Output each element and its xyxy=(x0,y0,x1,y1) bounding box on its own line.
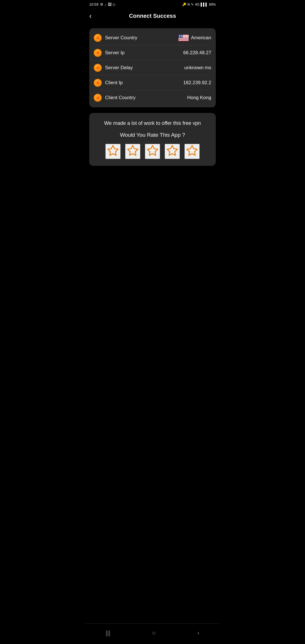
server-ip-label: Server Ip xyxy=(94,49,125,57)
server-country-label: Server Country xyxy=(94,34,137,42)
status-left: 10:59 ⚙ ↓ 🖼 ▷ xyxy=(89,2,116,6)
dot-server-country xyxy=(94,34,102,42)
svg-rect-5 xyxy=(178,39,189,40)
server-ip-value: 66.228.48.27 xyxy=(183,50,211,56)
nav-back-button[interactable]: ‹ xyxy=(192,627,205,639)
signal-icon: 4G xyxy=(195,3,199,6)
dot-client-country xyxy=(94,94,102,102)
nav-menu-button[interactable]: ||| xyxy=(100,627,116,639)
rating-message: We made a lot of work to offer this free… xyxy=(95,120,210,127)
client-country-label: Client Country xyxy=(94,94,136,102)
server-ip-row: Server Ip 66.228.48.27 xyxy=(94,45,211,60)
client-ip-value: 182.239.92.2 xyxy=(183,80,211,86)
dot-server-ip xyxy=(94,49,102,57)
server-country-value: ★★★★★★ ★★★★★★ American xyxy=(178,34,211,41)
back-button[interactable]: ‹ xyxy=(89,10,94,21)
status-right: 🔑 N ✎ 4G ▌▌▌ 80% xyxy=(182,3,216,6)
key-icon: 🔑 xyxy=(182,3,186,6)
svg-rect-4 xyxy=(178,38,189,39)
image-icon: 🖼 xyxy=(108,2,112,6)
client-ip-row: Client Ip 182.239.92.2 xyxy=(94,75,211,90)
rate-prompt: Would You Rate This App ? xyxy=(95,132,210,138)
battery: 80% xyxy=(209,3,216,6)
server-country-row: Server Country ★★★★★★ ★★★★★★ American xyxy=(94,31,211,45)
edit-icon: ✎ xyxy=(191,3,194,6)
info-card: Server Country ★★★★★★ ★★★★★★ American Se… xyxy=(89,28,216,107)
us-flag-icon: ★★★★★★ ★★★★★★ xyxy=(178,34,189,41)
star-4[interactable] xyxy=(165,144,180,159)
server-delay-label: Server Delay xyxy=(94,64,133,72)
star-1[interactable] xyxy=(105,144,121,159)
svg-text:★★★★★★: ★★★★★★ xyxy=(179,34,189,36)
client-ip-label: Client Ip xyxy=(94,79,123,87)
nav-home-button[interactable]: ○ xyxy=(146,627,161,639)
nfc-icon: N xyxy=(188,3,190,6)
page-title: Connect Success xyxy=(129,13,176,19)
client-country-row: Client Country Hong Kong xyxy=(94,90,211,105)
status-bar: 10:59 ⚙ ↓ 🖼 ▷ 🔑 N ✎ 4G ▌▌▌ 80% xyxy=(85,0,220,8)
play-icon: ▷ xyxy=(113,2,116,6)
time: 10:59 xyxy=(89,2,99,6)
svg-rect-6 xyxy=(178,40,189,41)
bars-icon: ▌▌▌ xyxy=(201,3,208,6)
star-3[interactable] xyxy=(145,144,160,159)
dot-server-delay xyxy=(94,64,102,72)
server-delay-row: Server Delay unknown ms xyxy=(94,60,211,75)
settings-icon: ⚙ xyxy=(100,2,103,6)
client-country-value: Hong Kong xyxy=(187,95,211,101)
star-2[interactable] xyxy=(125,144,140,159)
server-delay-value: unknown ms xyxy=(184,65,211,71)
header: ‹ Connect Success xyxy=(85,8,220,26)
stars-container xyxy=(95,144,210,159)
dot-client-ip xyxy=(94,79,102,87)
nav-bar: ||| ○ ‹ xyxy=(85,623,220,644)
star-5[interactable] xyxy=(184,144,200,159)
download-icon: ↓ xyxy=(105,2,107,6)
rating-card: We made a lot of work to offer this free… xyxy=(89,113,216,166)
